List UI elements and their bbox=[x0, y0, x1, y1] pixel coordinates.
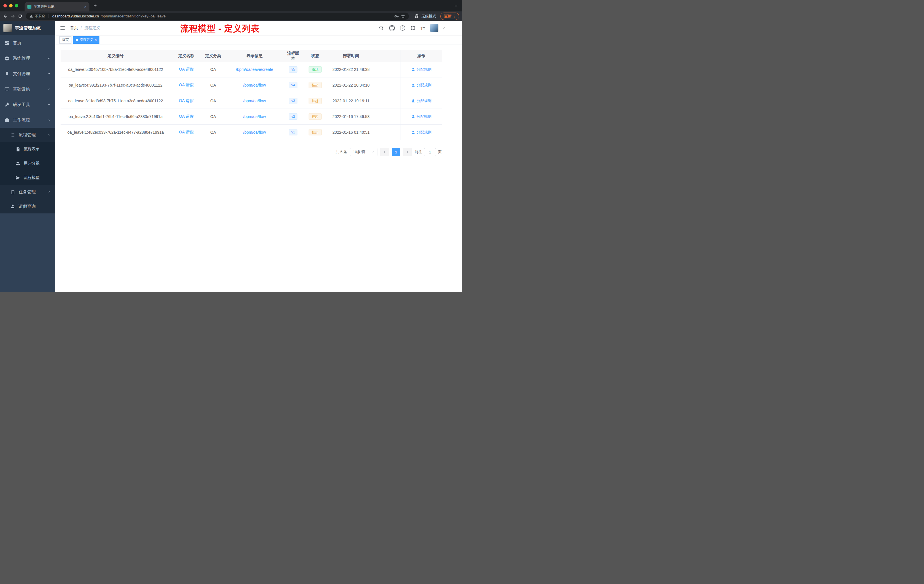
form-link[interactable]: /bpm/oa/flow bbox=[243, 114, 266, 119]
column-header: 状态 bbox=[302, 50, 329, 62]
github-icon[interactable] bbox=[389, 25, 395, 31]
sidebar-item-system-management[interactable]: 系统管理 bbox=[0, 51, 55, 66]
assign-rule-button[interactable]: 分配规则 bbox=[411, 130, 431, 135]
help-icon[interactable]: ? bbox=[400, 25, 405, 31]
form-link[interactable]: /bpm/oa/flow bbox=[243, 130, 266, 135]
table-row: oa_leave:1:482ec033-762a-11ec-8477-a2380… bbox=[61, 125, 442, 140]
assign-rule-button[interactable]: 分配规则 bbox=[411, 114, 431, 119]
status-badge: 挂起 bbox=[309, 98, 322, 104]
browser-update-button[interactable]: 更新 bbox=[440, 13, 459, 20]
fullscreen-icon[interactable] bbox=[410, 25, 416, 31]
column-header: 流程版本 bbox=[285, 50, 302, 62]
definition-name-link[interactable]: OA 请假 bbox=[179, 82, 193, 88]
sidebar-item-home[interactable]: 首页 bbox=[0, 35, 55, 51]
sidebar-collapse-icon[interactable] bbox=[60, 25, 66, 31]
next-page-button[interactable] bbox=[403, 148, 412, 156]
definition-name-link[interactable]: OA 请假 bbox=[179, 98, 193, 104]
bookmark-star-icon[interactable] bbox=[401, 14, 406, 18]
definition-id: oa_leave:3:1fad3d93-7b75-11ec-a3c8-acde4… bbox=[61, 93, 171, 109]
logo-image bbox=[3, 24, 12, 32]
sidebar-item-label: 首页 bbox=[13, 40, 21, 46]
tab-search-chevron-icon[interactable] bbox=[454, 3, 458, 8]
chevron-down-icon bbox=[47, 190, 51, 194]
sidebar-item-payment-management[interactable]: ¥ 支付管理 bbox=[0, 66, 55, 81]
form-link[interactable]: /bpm/oa/flow bbox=[243, 83, 266, 87]
definition-category: OA bbox=[202, 62, 224, 77]
font-size-icon[interactable]: TT bbox=[421, 26, 425, 30]
incognito-label: 无痕模式 bbox=[421, 14, 436, 19]
form-link[interactable]: /bpm/oa/leave/create bbox=[236, 67, 274, 72]
tag-process-definition[interactable]: 流程定义 × bbox=[73, 36, 99, 44]
sidebar-item-user-group[interactable]: 用户分组 bbox=[0, 156, 55, 171]
assign-rule-button[interactable]: 分配规则 bbox=[411, 82, 431, 88]
definition-id: oa_leave:1:482ec033-762a-11ec-8477-a2380… bbox=[61, 125, 171, 140]
avatar[interactable] bbox=[430, 24, 439, 32]
minimize-window-button[interactable] bbox=[9, 4, 13, 7]
sidebar-item-process-form[interactable]: 流程表单 bbox=[0, 142, 55, 156]
pagination: 共 5 条 10条/页 1 前往 页 bbox=[61, 148, 442, 156]
sidebar-item-task-management[interactable]: 任务管理 bbox=[0, 185, 55, 199]
sidebar-item-process-model[interactable]: 流程模型 bbox=[0, 171, 55, 185]
close-window-button[interactable] bbox=[3, 4, 7, 7]
sidebar-logo[interactable]: 芋道管理系统 bbox=[0, 21, 55, 35]
breadcrumb-home[interactable]: 首页 bbox=[70, 25, 78, 31]
assign-rule-button[interactable]: 分配规则 bbox=[411, 67, 431, 72]
browser-tabstrip: 芋道管理系统 × bbox=[0, 0, 462, 12]
user-icon bbox=[411, 130, 415, 134]
definition-category: OA bbox=[202, 109, 224, 124]
browser-window: 芋道管理系统 × 不安全 dashboard.yudao.iocoder.cn/… bbox=[0, 0, 462, 292]
search-icon[interactable] bbox=[379, 25, 384, 31]
goto-page-input[interactable] bbox=[424, 148, 436, 156]
tag-label: 首页 bbox=[62, 38, 69, 42]
page-size-select[interactable]: 10条/页 bbox=[350, 148, 378, 156]
app-title: 芋道管理系统 bbox=[15, 25, 41, 31]
column-header: 表单信息 bbox=[224, 50, 285, 62]
deploy-time: 2022-01-16 01:40:51 bbox=[329, 125, 373, 140]
prev-page-button[interactable] bbox=[380, 148, 389, 156]
definition-category: OA bbox=[202, 78, 224, 93]
sidebar-item-dev-tools[interactable]: 研发工具 bbox=[0, 97, 55, 112]
browser-tab[interactable]: 芋道管理系统 × bbox=[25, 2, 89, 12]
browser-menu-dots-icon[interactable] bbox=[452, 14, 457, 18]
form-link[interactable]: /bpm/oa/flow bbox=[243, 99, 266, 103]
zoom-window-button[interactable] bbox=[15, 4, 18, 7]
tab-close-icon[interactable]: × bbox=[84, 5, 87, 9]
new-tab-button[interactable] bbox=[91, 2, 99, 10]
table-row: oa_leave:5:004b710b-7b8a-11ec-8ef0-acde4… bbox=[61, 62, 442, 78]
tag-home[interactable]: 首页 bbox=[59, 36, 71, 44]
back-button[interactable] bbox=[3, 14, 8, 19]
chevron-down-icon bbox=[47, 72, 51, 76]
not-secure-label[interactable]: 不安全 bbox=[35, 14, 45, 18]
sidebar: 芋道管理系统 首页 系统管理 ¥ 支付管理 基础设施 bbox=[0, 21, 55, 292]
definition-name-link[interactable]: OA 请假 bbox=[179, 114, 193, 119]
page-number-button[interactable]: 1 bbox=[392, 148, 400, 156]
definition-name-link[interactable]: OA 请假 bbox=[179, 67, 193, 72]
column-header: 定义编号 bbox=[61, 50, 171, 62]
sidebar-item-process-management[interactable]: 流程管理 bbox=[0, 128, 55, 142]
page-size-value: 10条/页 bbox=[353, 149, 365, 155]
refresh-button[interactable] bbox=[18, 14, 23, 18]
avatar-caret-icon[interactable] bbox=[442, 26, 446, 30]
tag-close-icon[interactable]: × bbox=[94, 38, 97, 42]
password-key-icon[interactable] bbox=[394, 14, 399, 18]
sidebar-item-label: 支付管理 bbox=[13, 71, 30, 77]
address-bar[interactable]: 不安全 dashboard.yudao.iocoder.cn/bpm/manag… bbox=[26, 13, 409, 20]
assign-rule-button[interactable]: 分配规则 bbox=[411, 98, 431, 104]
document-icon bbox=[15, 147, 20, 152]
version-badge: v1 bbox=[289, 129, 298, 135]
forward-button[interactable] bbox=[10, 14, 15, 19]
goto-suffix: 页 bbox=[438, 149, 442, 155]
goto-page: 前往 页 bbox=[414, 148, 442, 156]
deploy-time: 2022-01-22 21:48:38 bbox=[329, 62, 373, 77]
sidebar-item-leave-query[interactable]: 请假查询 bbox=[0, 199, 55, 213]
url-host: dashboard.yudao.iocoder.cn bbox=[52, 14, 99, 18]
chevron-up-icon bbox=[47, 133, 51, 137]
pagination-total: 共 5 条 bbox=[336, 149, 347, 155]
table-header-row: 定义编号 定义名称 定义分类 表单信息 流程版本 状态 部署时间 操作 bbox=[61, 50, 442, 62]
sidebar-item-workflow[interactable]: 工作流程 bbox=[0, 112, 55, 128]
chevron-down-icon bbox=[47, 87, 51, 91]
table-row: oa_leave:4:991f2193-7b7f-11ec-a3c8-acde4… bbox=[61, 78, 442, 93]
sidebar-item-infrastructure[interactable]: 基础设施 bbox=[0, 81, 55, 97]
incognito-indicator: 无痕模式 bbox=[414, 13, 436, 19]
definition-name-link[interactable]: OA 请假 bbox=[179, 130, 193, 135]
